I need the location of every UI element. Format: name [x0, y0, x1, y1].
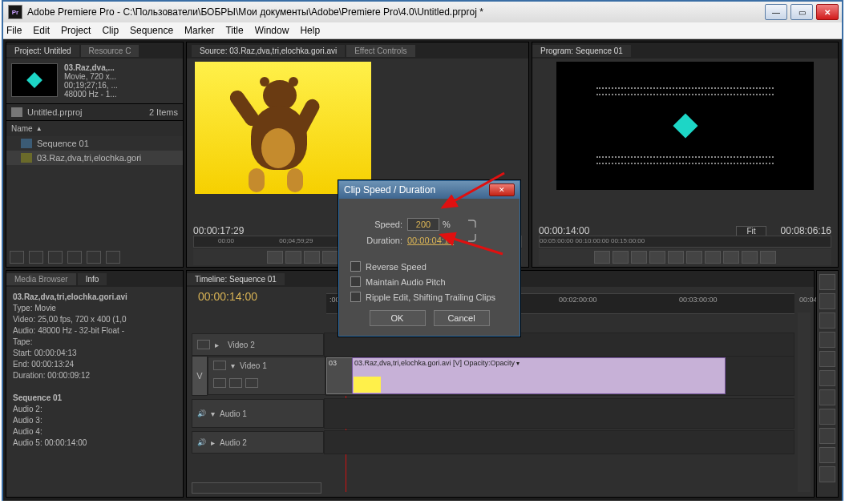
- track-audio1-header[interactable]: 🔊▾Audio 1: [192, 399, 324, 428]
- tool-list-view[interactable]: [10, 251, 24, 264]
- cancel-button[interactable]: Cancel: [434, 310, 490, 326]
- track-audio2-header[interactable]: 🔊▸Audio 2: [192, 431, 324, 454]
- tab-info[interactable]: Info: [78, 273, 107, 285]
- menu-marker[interactable]: Marker: [184, 25, 214, 36]
- info-start: Start: 00:00:04:13: [13, 349, 77, 357]
- svg-line-0: [443, 173, 504, 208]
- loop-button[interactable]: [723, 251, 739, 264]
- tab-resource[interactable]: Resource C: [81, 45, 139, 57]
- source-viewport[interactable]: [195, 62, 371, 194]
- menu-title[interactable]: Title: [225, 25, 243, 36]
- bear-illustration: [231, 74, 327, 186]
- play-button[interactable]: [668, 251, 684, 264]
- slip-tool[interactable]: [819, 389, 835, 405]
- reverse-checkbox[interactable]: [350, 261, 361, 272]
- menu-help[interactable]: Help: [300, 25, 320, 36]
- rolling-tool[interactable]: [819, 332, 835, 348]
- tool-new-item[interactable]: [87, 251, 101, 264]
- tab-effect-controls[interactable]: Effect Controls: [346, 45, 414, 57]
- mark-out-button[interactable]: [285, 251, 301, 264]
- tab-media-browser[interactable]: Media Browser: [6, 273, 76, 285]
- lift-button[interactable]: [742, 251, 758, 264]
- menu-window[interactable]: Window: [255, 25, 289, 36]
- mark-out-button[interactable]: [613, 251, 629, 264]
- program-viewport[interactable]: [556, 62, 814, 190]
- step-back-button[interactable]: [322, 251, 338, 264]
- clip-thumb[interactable]: 03: [326, 357, 355, 394]
- menu-file[interactable]: File: [6, 25, 22, 36]
- menu-edit[interactable]: Edit: [33, 25, 50, 36]
- clip-timecode: 00;19;27;16, ...: [64, 81, 118, 90]
- pitch-checkbox[interactable]: [350, 276, 361, 287]
- eye-icon[interactable]: [197, 340, 210, 349]
- eye-icon[interactable]: [213, 361, 226, 370]
- timeline-vscroll[interactable]: [798, 312, 811, 492]
- tool-new-bin[interactable]: [67, 251, 82, 264]
- goto-out-button[interactable]: [705, 251, 721, 264]
- tool-find[interactable]: [48, 251, 63, 264]
- bin-item-clip[interactable]: 03.Raz,dva,tri,elochka.gori: [6, 151, 183, 165]
- track-video1[interactable]: 03 03.Raz,dva,tri,elochka.gori.avi [V] O…: [325, 356, 794, 396]
- info-a5: Audio 5: 00:00:14:00: [13, 438, 87, 447]
- info-file: 03.Raz,dva,tri,elochka.gori.avi: [13, 292, 127, 301]
- tool-icon-view[interactable]: [29, 251, 43, 264]
- slide-tool[interactable]: [819, 409, 835, 425]
- timeline-clip[interactable]: 03.Raz,dva,tri,elochka.gori.avi [V] Opac…: [352, 357, 726, 394]
- program-ruler[interactable]: 00:05:00:00 00:10:00:00 00:15:00:00: [539, 236, 831, 248]
- app-icon: Pr: [8, 5, 22, 19]
- tool-delete[interactable]: [106, 251, 120, 264]
- duration-label: Duration:: [350, 236, 402, 245]
- minimize-button[interactable]: —: [765, 4, 787, 20]
- close-button[interactable]: ✕: [816, 4, 839, 20]
- tab-program[interactable]: Program: Sequence 01: [532, 45, 631, 57]
- track-video2-header[interactable]: ▸Video 2: [192, 333, 324, 356]
- track-video1-header[interactable]: ▾Video 1: [208, 357, 325, 395]
- rate-stretch-tool[interactable]: [819, 351, 835, 367]
- tool-palette: [816, 270, 839, 498]
- tab-timeline[interactable]: Timeline: Sequence 01: [187, 273, 285, 285]
- tab-source[interactable]: Source: 03.Raz,dva,tri,elochka.gori.avi: [192, 45, 345, 57]
- bin-name: Untitled.prproj: [27, 107, 82, 117]
- extract-button[interactable]: [760, 251, 776, 264]
- step-back-button[interactable]: [649, 251, 665, 264]
- info-duration: Duration: 00:00:09:12: [13, 371, 90, 380]
- razor-tool[interactable]: [819, 370, 835, 386]
- menu-sequence[interactable]: Sequence: [130, 25, 173, 36]
- maximize-button[interactable]: ▭: [790, 4, 813, 20]
- selection-tool[interactable]: [819, 274, 835, 290]
- info-a4: Audio 4:: [13, 427, 42, 436]
- ok-button[interactable]: OK: [370, 310, 426, 326]
- mark-in-button[interactable]: [267, 251, 283, 264]
- video-patch[interactable]: V: [192, 356, 208, 396]
- source-timecode: 00:00:17:29: [193, 225, 244, 236]
- svg-line-1: [441, 235, 503, 254]
- zoom-fit-select[interactable]: Fit: [736, 226, 766, 236]
- track-select-tool[interactable]: [819, 293, 835, 309]
- mark-in-button[interactable]: [594, 251, 610, 264]
- timeline-zoom[interactable]: [192, 482, 321, 494]
- pen-tool[interactable]: [819, 428, 835, 444]
- menu-clip[interactable]: Clip: [102, 25, 119, 36]
- track-audio1[interactable]: [324, 398, 794, 429]
- ripple-checkbox[interactable]: [350, 292, 361, 302]
- info-video: Video: 25,00 fps, 720 x 400 (1,0: [13, 315, 127, 324]
- timeline-timecode[interactable]: 00:00:14:00: [198, 290, 257, 303]
- bin-item-sequence[interactable]: Sequence 01: [6, 136, 183, 151]
- ripple-tool[interactable]: [819, 312, 835, 329]
- menu-project[interactable]: Project: [61, 25, 91, 36]
- clip-format: Movie, 720 x...: [64, 72, 116, 81]
- tab-project[interactable]: Project: Untitled: [6, 45, 79, 57]
- annotation-arrow: [435, 228, 507, 262]
- column-name[interactable]: Name▲: [6, 121, 183, 136]
- sequence-icon: [21, 139, 32, 148]
- program-placeholder-icon: [673, 113, 697, 138]
- track-audio2[interactable]: [324, 430, 794, 454]
- zoom-tool[interactable]: [819, 466, 835, 482]
- goto-in-button[interactable]: [304, 251, 320, 264]
- hand-tool[interactable]: [819, 447, 835, 463]
- goto-in-button[interactable]: [631, 251, 647, 264]
- info-end: End: 00:00:13:24: [13, 360, 74, 369]
- dialog-title: Clip Speed / Duration: [344, 184, 435, 196]
- program-timecode-left: 00:00:14:00: [539, 225, 589, 236]
- step-fwd-button[interactable]: [686, 251, 702, 264]
